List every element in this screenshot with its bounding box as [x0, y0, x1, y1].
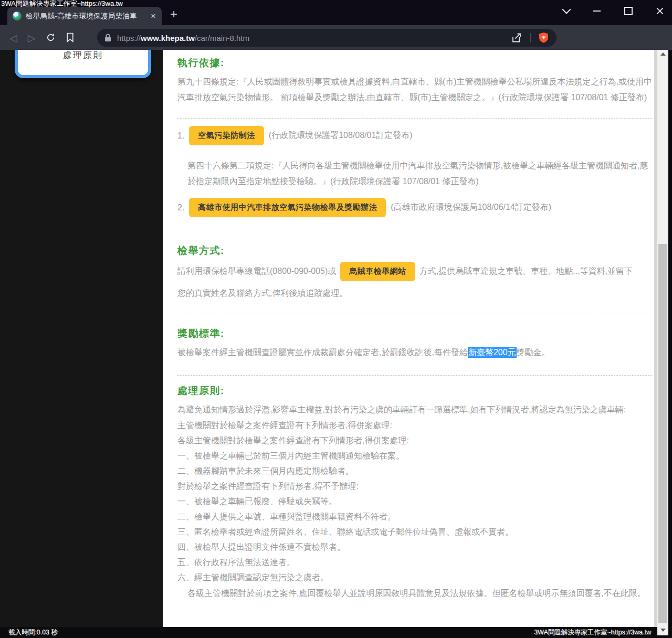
- sidebar-principle-button[interactable]: 處理原則: [15, 50, 151, 78]
- principle-paragraph-4: 對於檢舉之案件經查證有下列情形者,得不予辦理:: [177, 479, 652, 494]
- new-tab-button[interactable]: +: [170, 8, 177, 20]
- lock-icon: [104, 34, 111, 42]
- url-text: https://www.khepa.tw/car/main-8.htm: [117, 34, 511, 42]
- exec-basis-paragraph: 第九十四條規定:『人民或團體得敘明事實或檢具證據資料,向直轄市、縣(市)主管機關…: [177, 74, 652, 105]
- window-chevron-down-icon[interactable]: [562, 5, 571, 14]
- sidebar-principle-label: 處理原則: [63, 50, 103, 61]
- url-host: www.khepa.tw: [141, 34, 195, 42]
- back-icon[interactable]: ◁: [9, 32, 17, 44]
- law-item-1: 1. 空氣污染防制法 (行政院環境保護署108/08/01訂定發布): [177, 126, 652, 145]
- report-after-text: 方式,提供烏賊車違規之車號、車種、地點...等資料,並留下: [419, 266, 633, 277]
- reward-standard-line: 被檢舉案件經主管機關查證屬實並作成裁罰處分確定者,於罰鍰收訖後,每件發給新臺幣2…: [177, 345, 652, 360]
- reject-case-item: 五、依行政程序法無法送達者。: [177, 555, 652, 570]
- air-pollution-act-button[interactable]: 空氣污染防制法: [189, 126, 264, 145]
- window-maximize-button[interactable]: [624, 7, 633, 15]
- report-before-text: 請利用環保檢舉專線電話(0800-090-005)或: [177, 266, 336, 277]
- reject-case-item: 三、匿名檢舉者或經查證所留姓名、住址、聯絡電話或電子郵件位址偽冒、虛報或不實者。: [177, 524, 652, 539]
- kaohsiung-reward-rules-button[interactable]: 高雄市使用中汽車排放空氣污染物檢舉及獎勵辦法: [189, 198, 386, 217]
- url-path: /car/main-8.htm: [195, 34, 249, 42]
- watermark-top: 3WA問題解決專家工作室~https://3wa.tw: [1, 0, 123, 8]
- exec-basis-heading: 執行依據:: [177, 56, 652, 70]
- reject-case-item: 四、被檢舉人提出證明文件係遭不實檢舉者。: [177, 539, 652, 555]
- section-divider: [177, 313, 652, 313]
- report-method-line: 請利用環保檢舉專線電話(0800-090-005)或 烏賊車檢舉網站 方式,提供…: [177, 262, 652, 281]
- principle-paragraph-3: 各級主管機關對於檢舉之案件經查證有下列情形者,得併案處理:: [177, 433, 652, 448]
- tab-close-icon[interactable]: ×: [149, 12, 158, 20]
- forward-icon[interactable]: ▷: [28, 32, 36, 44]
- report-method-heading: 檢舉方式:: [177, 244, 652, 258]
- reject-case-item: 六、經主管機關調查認定無污染之虞者。: [177, 570, 652, 585]
- law-item-2-note: (高雄市政府環境保護局108/06/14訂定發布): [391, 202, 551, 213]
- bookmark-icon[interactable]: [66, 33, 74, 42]
- section-divider: [177, 118, 652, 119]
- scrollbar-down-arrow[interactable]: [657, 626, 668, 634]
- law-item-1-note: (行政院環境保護署108/08/01訂定發布): [269, 130, 413, 141]
- page-left-background: 處理原則: [0, 50, 163, 627]
- smoky-vehicle-report-site-button[interactable]: 烏賊車檢舉網站: [340, 262, 415, 281]
- tab-title: 檢舉烏賊-高雄市環境保護局柴油車: [26, 12, 145, 21]
- reward-standard-heading: 獎勵標準:: [177, 327, 652, 341]
- window-close-button[interactable]: [656, 7, 664, 15]
- browser-window: 檢舉烏賊-高雄市環境保護局柴油車 × + 3WA問題解決專家工作室~https:…: [0, 0, 672, 638]
- window-controls: [563, 4, 664, 18]
- brave-shield-icon[interactable]: [538, 32, 549, 44]
- principle-paragraph-5: 各級主管機關對於前項之案件,應回覆檢舉人並說明原因敘明具體意見及法規依據。但匿名…: [187, 586, 652, 601]
- scrollbar-up-arrow[interactable]: [657, 50, 668, 58]
- reload-icon[interactable]: [46, 33, 56, 42]
- watermark-bottom: 3WA問題解決專家工作室~https://3wa.tw: [534, 628, 651, 637]
- page-content: 執行依據: 第九十四條規定:『人民或團體得敘明事實或檢具證據資料,向直轄市、縣(…: [163, 50, 657, 627]
- merge-case-item: 二、機器腳踏車於未來三個月內應定期檢驗者。: [177, 463, 652, 479]
- law-item-2: 2. 高雄市使用中汽車排放空氣污染物檢舉及獎勵辦法 (高雄市政府環境保護局108…: [177, 198, 652, 217]
- merge-case-item: 一、被檢舉之車輛已於前三個月內經主管機關通知檢驗在案。: [177, 448, 652, 463]
- reward-after-text: 獎勵金。: [517, 348, 550, 357]
- address-bar[interactable]: https://www.khepa.tw/car/main-8.htm: [97, 29, 556, 47]
- principle-paragraph-2: 主管機關對於檢舉之案件經查證有下列情形者,得併案處理:: [177, 418, 652, 433]
- reject-case-item: 二、檢舉人提供之車號、車種與監理機關車籍資料不符者。: [177, 509, 652, 524]
- reward-before-text: 被檢舉案件經主管機關查證屬實並作成裁罰處分確定者,於罰鍰收訖後,每件發給: [177, 348, 468, 357]
- browser-scrollbar[interactable]: [657, 50, 668, 635]
- handling-principle-heading: 處理原則:: [177, 384, 652, 398]
- toolbar-divider: [530, 33, 531, 42]
- page-viewport: 處理原則 執行依據: 第九十四條規定:『人民或團體得敘明事實或檢具證據資料,向直…: [0, 50, 672, 627]
- window-right-edge: [668, 50, 672, 627]
- window-minimize-button[interactable]: [593, 10, 601, 12]
- section-divider: [177, 229, 652, 229]
- principle-paragraph-1: 為避免通知情形過於浮濫,影響車主權益,對於有污染之虞的車輛訂有一篩選標準,如有下…: [177, 402, 652, 418]
- law-item-1-detail: 第四十六條第二項規定:『人民得向各級主管機關檢舉使用中汽車排放空氣污染物情形,被…: [187, 158, 652, 189]
- browser-tab[interactable]: 檢舉烏賊-高雄市環境保護局柴油車 ×: [7, 7, 162, 25]
- law-item-2-number: 2.: [177, 203, 184, 212]
- site-favicon-icon: [13, 12, 22, 20]
- reward-highlight-text: 新臺幣200元: [468, 347, 517, 358]
- status-bar: 載入時間:0.03 秒 3WA問題解決專家工作室~https://3wa.tw: [0, 627, 672, 638]
- report-method-line2: 您的真實姓名及聯絡方式,俾利後續追蹤處理。: [177, 285, 652, 301]
- section-divider: [177, 375, 652, 376]
- share-icon[interactable]: [511, 33, 523, 43]
- law-item-1-number: 1.: [177, 131, 184, 141]
- load-time-status: 載入時間:0.03 秒: [8, 628, 58, 637]
- url-scheme: https://: [117, 34, 141, 42]
- reject-case-item: 一、被檢舉之車輛已報廢、停駛或失竊等。: [177, 494, 652, 509]
- scrollbar-thumb[interactable]: [658, 244, 667, 623]
